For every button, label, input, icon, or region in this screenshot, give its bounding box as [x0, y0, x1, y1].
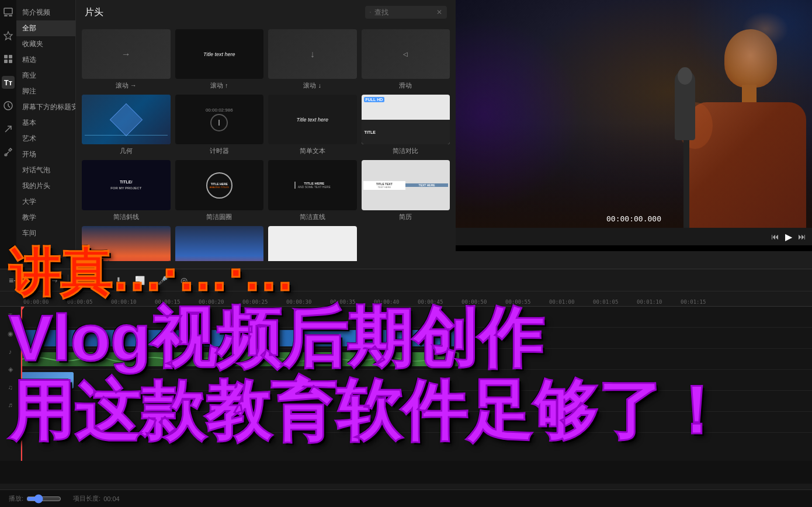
track-row-audio2: [21, 391, 812, 412]
template-label-resume: 简历: [399, 213, 412, 221]
ruler-mark-100: 00:01:00: [549, 299, 574, 305]
template-title-slash[interactable]: TITLE/FOR MY PROJECT 简洁斜线: [82, 160, 171, 221]
track-row-video1: [21, 328, 812, 349]
sidebar-item-opening[interactable]: 开场: [16, 147, 75, 162]
audio-button[interactable]: 🎤: [155, 274, 171, 287]
tools-sidebar-icon[interactable]: [2, 146, 15, 159]
grid-sidebar-icon[interactable]: [2, 53, 15, 65]
video-clip-main[interactable]: [21, 330, 459, 346]
svg-rect-4: [4, 55, 8, 58]
sidebar-item-workshop[interactable]: 车间: [16, 225, 75, 241]
search-bar[interactable]: ✕: [365, 6, 447, 19]
next-frame-button[interactable]: ⏭: [798, 232, 806, 241]
sidebar-item-teaching[interactable]: 教学: [16, 210, 75, 225]
sidebar-item-intro[interactable]: 简介视频: [16, 5, 75, 20]
sidebar-item-commercial[interactable]: 商业: [16, 68, 75, 84]
sidebar-item-bubble[interactable]: 对话气泡: [16, 162, 75, 178]
template-mountain1[interactable]: 脚注: [82, 226, 171, 261]
search-input[interactable]: [374, 8, 433, 16]
template-thumb-line: TITLE HERE AND SOME TEXT HERE: [268, 160, 357, 210]
template-thumb-timer: 00:00:02:986: [175, 95, 264, 144]
template-mountain2[interactable]: 居中: [175, 226, 264, 261]
split-button[interactable]: ⧸: [75, 273, 85, 287]
svg-point-13: [370, 12, 370, 12]
sidebar-item-my-titles[interactable]: 我的片头: [16, 178, 75, 194]
template-title-text[interactable]: Title text here 滚动 ↑: [175, 29, 264, 90]
playback-slider[interactable]: [26, 494, 61, 503]
template-simple-contrast[interactable]: FULL HD TITLE 简洁对比: [362, 95, 450, 155]
sidebar-item-art[interactable]: 艺术: [16, 131, 75, 147]
template-thumb-slide: ◁: [362, 29, 450, 79]
template-scroll-down[interactable]: ↓ 滚动 ↓: [268, 29, 357, 90]
video-clip-thumbnail[interactable]: 📷: [21, 372, 74, 388]
template-circle[interactable]: TITLE HERE AMAZING TITLES 简洁圆圈: [175, 160, 264, 221]
ruler-mark-25: 00:00:25: [242, 299, 268, 305]
template-geometric[interactable]: NEW 几何: [82, 95, 171, 155]
timeline-toolbar: ≡+ ↩ ↪ ⧸ ☰ ⬇ ⬜ 🎤 ◎: [0, 269, 812, 291]
sidebar-item-favorites[interactable]: 收藏夹: [16, 36, 75, 52]
preview-person: [456, 0, 812, 228]
ruler-mark-5: 00:00:05: [67, 299, 92, 305]
template-thumb-scroll-right: →: [82, 29, 171, 79]
ruler-mark-105: 00:01:05: [593, 299, 618, 305]
search-clear-button[interactable]: ✕: [436, 8, 442, 16]
play-button[interactable]: ▶: [785, 231, 792, 242]
track-icon-audio2: ♫: [1, 379, 19, 395]
snap-button[interactable]: ◎: [178, 274, 190, 287]
monitor-button[interactable]: ⬜: [132, 274, 148, 287]
timeline-ruler: 00:00:00 00:00:05 00:00:10 00:00:15 00:0…: [0, 291, 812, 307]
track-row-text: [21, 307, 812, 328]
template-label-scroll-right: 滚动 →: [116, 81, 137, 90]
prev-frame-button[interactable]: ⏮: [771, 232, 779, 241]
preview-timecode: 00:00:00.000: [606, 214, 661, 223]
template-thumb-mountain2: [175, 226, 264, 261]
playhead[interactable]: [21, 307, 22, 461]
clock-sidebar-icon[interactable]: [2, 99, 15, 112]
svg-line-11: [5, 126, 11, 132]
text-sidebar-icon[interactable]: Tт: [2, 76, 15, 89]
bottom-bar: 播放: 项目长度: 00:04: [0, 489, 812, 507]
redo-button[interactable]: ↪: [48, 274, 61, 287]
template-slide[interactable]: ◁ 滑动: [362, 29, 450, 90]
sidebar-item-all[interactable]: 全部: [16, 20, 75, 36]
track-left-panel: T ◉ ♪ ◈ ♫ ♬: [0, 307, 21, 461]
template-scroll-right[interactable]: → 滚动 →: [82, 29, 171, 90]
preview-video: 00:00:00.000: [456, 0, 812, 228]
media-sidebar-icon[interactable]: [2, 6, 15, 19]
sidebar-item-footnote[interactable]: 脚注: [16, 84, 75, 99]
import-button[interactable]: ⬇: [112, 274, 125, 287]
template-label-timer: 计时器: [210, 147, 229, 155]
pin-sidebar-icon[interactable]: [2, 123, 15, 136]
full-hd-badge: FULL HD: [364, 97, 385, 102]
track-icon-video2: ◈: [1, 361, 19, 378]
template-timer[interactable]: 00:00:02:986 计时器: [175, 95, 264, 155]
sort-button[interactable]: ≡+: [6, 274, 21, 287]
effects-sidebar-icon[interactable]: [2, 29, 15, 42]
svg-rect-7: [9, 60, 12, 63]
template-simple-text[interactable]: Title text here 简单文本: [268, 95, 357, 155]
template-line[interactable]: TITLE HERE AND SOME TEXT HERE 简洁直线: [268, 160, 357, 221]
undo-button[interactable]: ↩: [28, 274, 41, 287]
sidebar-item-safe-zone[interactable]: 屏幕下方的标题安全区: [16, 99, 75, 115]
template-label-simple-contrast: 简洁对比: [393, 147, 418, 155]
track-row-audio3: [21, 412, 812, 433]
template-thumb-title-slash: TITLE/FOR MY PROJECT: [82, 160, 171, 210]
track-icon-text: T: [1, 308, 19, 324]
sidebar-item-basic[interactable]: 基本: [16, 115, 75, 131]
template-footnote-frame[interactable]: First Title Secondary Title 脚注 – 框架: [268, 226, 357, 261]
svg-marker-3: [4, 32, 12, 40]
editor-area: Tт 简介视频 全部 收藏夹 精选 商业 脚注: [0, 0, 812, 269]
sidebar-item-university[interactable]: 大学: [16, 194, 75, 210]
ruler-mark-20: 00:00:20: [199, 299, 224, 305]
template-thumb-simple-contrast: FULL HD TITLE: [362, 95, 450, 144]
ruler-mark-15: 00:00:15: [155, 299, 180, 305]
playback-label: 播放:: [9, 494, 23, 503]
template-label-simple-text: 简单文本: [300, 147, 325, 155]
sidebar-item-featured[interactable]: 精选: [16, 52, 75, 68]
template-thumb-footnote-frame: First Title Secondary Title: [268, 226, 357, 261]
template-resume[interactable]: TITLE TEXT TEXT HERE TEXT HERE 简历: [362, 160, 450, 221]
audio-clip-1[interactable]: [21, 352, 459, 366]
template-label-title-slash: 简洁斜线: [113, 213, 139, 221]
list-button[interactable]: ☰: [92, 274, 105, 287]
template-label-slide: 滑动: [399, 81, 412, 90]
